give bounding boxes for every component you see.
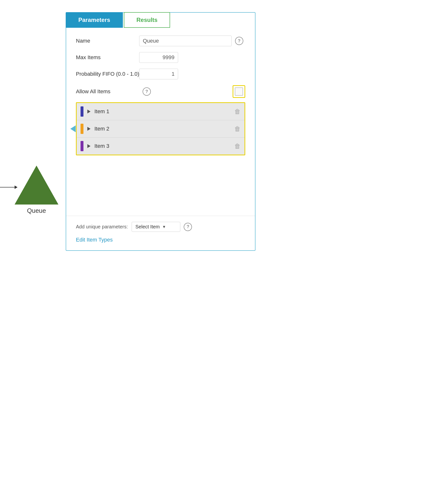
max-items-row: Max Items	[76, 52, 245, 63]
tab-results[interactable]: Results	[124, 12, 170, 28]
add-params-help-icon[interactable]: ?	[184, 223, 192, 231]
arrow-head	[15, 186, 18, 189]
prob-fifo-row: Probability FIFO (0.0 - 1.0)	[76, 69, 245, 79]
item-expand-arrow-1	[87, 110, 91, 113]
item-row[interactable]: Item 2 🗑	[77, 120, 245, 138]
item-label-2: Item 2	[94, 126, 234, 132]
add-params-label: Add unique parameters:	[76, 224, 128, 230]
delete-item-1[interactable]: 🗑	[234, 108, 241, 115]
name-input[interactable]	[139, 36, 232, 46]
allow-all-checkbox-highlight	[233, 85, 245, 98]
items-list-wrapper: Item 1 🗑 Item 2 🗑 Item 3 🗑	[76, 102, 245, 155]
panel-content: Name ? Max Items Probability FIFO (0.0 -…	[66, 28, 255, 167]
select-item-label: Select Item	[135, 224, 160, 230]
allow-all-items-row: Allow All Items ?	[76, 85, 245, 98]
item-label-3: Item 3	[94, 143, 234, 149]
name-row: Name ?	[76, 36, 245, 46]
allow-all-help-icon[interactable]: ?	[143, 87, 151, 96]
name-label: Name	[76, 38, 139, 44]
queue-triangle[interactable]	[15, 166, 58, 205]
name-help-icon[interactable]: ?	[235, 37, 243, 45]
max-items-label: Max Items	[76, 54, 139, 61]
select-item-dropdown[interactable]: Select Item ▼	[132, 222, 180, 232]
arrow-container	[0, 186, 18, 189]
canvas: Queue Parameters Results Name ? Max Item…	[0, 0, 436, 504]
arrow-line	[0, 187, 15, 187]
item-expand-arrow-3	[87, 144, 91, 148]
item-expand-arrow-2	[87, 127, 91, 131]
dropdown-arrow-icon: ▼	[162, 225, 166, 229]
add-params-row: Add unique parameters: Select Item ▼ ?	[76, 222, 245, 232]
max-items-input[interactable]	[139, 52, 178, 63]
allow-all-checkbox[interactable]	[235, 87, 243, 96]
allow-all-label-group: Allow All Items ?	[76, 87, 151, 96]
queue-label: Queue	[27, 207, 46, 215]
delete-item-3[interactable]: 🗑	[234, 142, 241, 150]
delete-item-2[interactable]: 🗑	[234, 125, 241, 133]
item-color-bar-1	[81, 106, 83, 117]
edit-item-types-link[interactable]: Edit Item Types	[76, 237, 113, 243]
tab-bar: Parameters Results	[66, 12, 255, 28]
prob-fifo-label: Probability FIFO (0.0 - 1.0)	[76, 71, 139, 77]
item-label-1: Item 1	[94, 108, 234, 115]
item-color-bar-2	[81, 124, 83, 134]
queue-shape-container: Queue	[15, 166, 58, 215]
item-row[interactable]: Item 3 🗑	[77, 138, 245, 155]
prob-fifo-input[interactable]	[139, 69, 178, 79]
parameters-panel: Parameters Results Name ? Max Items Prob…	[66, 12, 255, 251]
expand-panel-arrow[interactable]	[70, 125, 76, 132]
allow-all-label: Allow All Items	[76, 88, 139, 95]
tab-parameters[interactable]: Parameters	[66, 12, 123, 28]
bottom-section: Add unique parameters: Select Item ▼ ? E…	[66, 216, 255, 250]
item-color-bar-3	[81, 141, 83, 151]
item-row[interactable]: Item 1 🗑	[77, 103, 245, 120]
